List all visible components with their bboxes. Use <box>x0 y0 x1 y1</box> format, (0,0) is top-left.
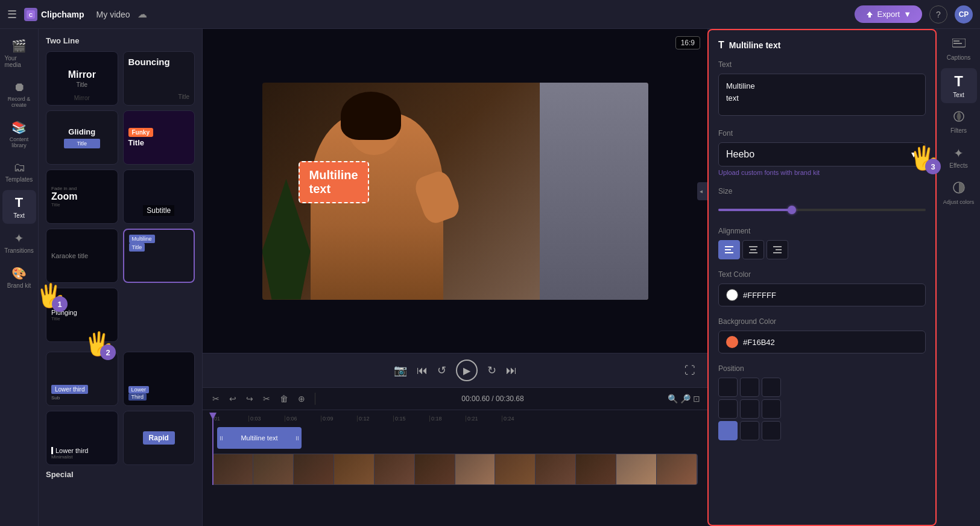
menu-icon[interactable]: ☰ <box>7 8 17 21</box>
sidebar-item-transitions[interactable]: ✦ Transitions <box>2 226 36 259</box>
template-card-lower-third-small[interactable]: Lower Third <box>123 352 195 406</box>
left-sidebar: 🎬 Your media ⏺ Record & create 📚 Content… <box>0 29 39 526</box>
template-card-mirror[interactable]: Mirror Title Mirror <box>46 51 118 106</box>
right-icon-sidebar: Captions T Text Filters ✦ Effects Adjust… <box>937 29 980 526</box>
pos-top-center[interactable] <box>740 378 759 397</box>
template-card-subtitle[interactable]: Subtitle <box>123 170 195 224</box>
timeline-toolbar: ✂ ↩ ↪ ✂ 🗑 ⊕ 00:00.60 / 00:30.68 🔍 🔎 ⊡ <box>203 388 707 410</box>
avatar[interactable]: CP <box>955 5 973 24</box>
position-section: Position <box>718 364 926 440</box>
pos-top-left[interactable] <box>718 378 738 397</box>
fullscreen-button[interactable]: ⛶ <box>684 364 695 377</box>
zoom-out-button[interactable]: 🔍 <box>668 394 678 404</box>
fit-button[interactable]: ⊡ <box>693 394 700 404</box>
font-selector[interactable]: Heebo ▼ <box>718 142 926 166</box>
rewind-button[interactable]: ↺ <box>437 364 446 377</box>
template-card-lt-minimalist[interactable]: Lower third Minimalist <box>46 411 118 465</box>
add-button[interactable]: ⊕ <box>296 391 308 406</box>
sidebar-item-text[interactable]: T Text <box>2 190 36 224</box>
rs-text[interactable]: T Text <box>941 68 977 103</box>
alignment-section: Alignment <box>718 227 926 259</box>
align-center-button[interactable] <box>742 240 764 259</box>
video-area: 16:9 <box>203 29 707 526</box>
template-card-gliding[interactable]: Gliding Title <box>46 110 118 165</box>
section-two-line-title: Two Line <box>46 36 195 45</box>
template-card-lower-third-big[interactable]: Lower third Sub <box>46 352 118 406</box>
skip-forward-button[interactable]: ⏭ <box>506 364 517 377</box>
video-strip[interactable] <box>212 454 698 485</box>
svg-text:C: C <box>29 12 33 18</box>
sidebar-item-record[interactable]: ⏺ Record & create <box>2 75 36 113</box>
video-thumb <box>415 454 455 484</box>
adjust-colors-icon <box>952 181 966 197</box>
export-button[interactable]: Export ▼ <box>855 5 922 23</box>
svg-marker-2 <box>867 11 873 17</box>
video-thumb <box>576 454 616 484</box>
panel-expand-arrow[interactable] <box>703 186 707 196</box>
font-section: Font Heebo ▼ Upload custom fonts with br… <box>718 129 926 176</box>
undo-button[interactable]: ↩ <box>227 391 239 406</box>
template-card-rapid[interactable]: Rapid <box>123 411 195 465</box>
pos-bot-center[interactable] <box>740 421 759 440</box>
alignment-label: Alignment <box>718 227 926 235</box>
svg-rect-5 <box>725 252 733 253</box>
text-icon: T <box>15 195 23 211</box>
template-card-plunging[interactable]: Plunging Title <box>46 288 118 342</box>
split-button[interactable]: ✂ <box>210 391 222 406</box>
font-upload-link[interactable]: Upload custom fonts with brand kit <box>718 169 926 176</box>
delete-button[interactable]: 🗑 <box>277 391 291 406</box>
align-right-button[interactable] <box>767 240 788 259</box>
overlay-line1: Multiline <box>309 168 358 182</box>
help-button[interactable]: ? <box>929 5 947 24</box>
zoom-controls: 🔍 🔎 ⊡ <box>668 394 700 404</box>
rs-filters[interactable]: Filters <box>941 106 977 139</box>
sidebar-item-content[interactable]: 📚 Content library <box>2 115 36 153</box>
text-color-section: Text Color #FFFFFF <box>718 270 926 306</box>
svg-rect-4 <box>725 249 731 250</box>
video-thumb <box>375 454 415 484</box>
skip-back-button[interactable]: ⏮ <box>417 364 428 377</box>
rs-adjust-colors[interactable]: Adjust colors <box>941 176 977 210</box>
template-card-multiline[interactable]: Multiline Title <box>123 229 195 283</box>
zoom-in-button[interactable]: 🔎 <box>680 394 691 404</box>
play-button[interactable]: ▶ <box>456 360 478 381</box>
pos-bot-right[interactable] <box>762 421 781 440</box>
text-color-button[interactable]: #FFFFFF <box>718 284 926 306</box>
template-card-funky[interactable]: Funky Title <box>123 110 195 165</box>
svg-rect-3 <box>725 246 733 247</box>
rs-effects[interactable]: ✦ Effects <box>941 141 977 174</box>
align-left-button[interactable] <box>718 240 740 259</box>
video-thumb <box>657 454 697 484</box>
pos-mid-right[interactable] <box>762 399 781 419</box>
pos-mid-left[interactable] <box>718 399 738 419</box>
template-card-modern-zoom[interactable]: Fade in and Zoom Title <box>46 170 118 224</box>
sidebar-item-your-media[interactable]: 🎬 Your media <box>2 34 36 73</box>
bg-color-button[interactable]: #F16B42 <box>718 331 926 353</box>
size-label: Size <box>718 187 926 195</box>
rs-captions[interactable]: Captions <box>941 34 977 66</box>
sidebar-item-brandkit[interactable]: 🎨 Brand kit <box>2 261 36 294</box>
redo-button[interactable]: ↪ <box>244 391 256 406</box>
text-label: Text <box>718 60 926 69</box>
video-thumb <box>536 454 576 484</box>
filters-icon <box>952 110 966 125</box>
screenshot-button[interactable]: 📷 <box>394 364 407 377</box>
text-input[interactable]: Multiline text <box>718 74 926 116</box>
template-card-bouncing[interactable]: Bouncing Title <box>123 51 195 106</box>
forward-button[interactable]: ↻ <box>487 364 496 377</box>
sidebar-item-templates[interactable]: 🗂 Templates <box>2 156 36 188</box>
svg-rect-14 <box>953 43 962 44</box>
template-card-karaoke[interactable]: Karaoke title <box>46 229 118 283</box>
lower-third-row: Lower third Sub Lower Third <box>46 352 195 406</box>
pos-mid-center[interactable] <box>740 399 759 419</box>
pos-bot-left[interactable] <box>718 421 738 440</box>
text-track[interactable]: ⏸ Multiline text ⏸ <box>217 427 302 449</box>
video-thumb <box>253 454 294 484</box>
bg-color-dot <box>726 336 738 348</box>
video-title[interactable]: My video <box>96 10 130 19</box>
size-slider[interactable] <box>718 209 926 211</box>
track-label: Multiline text <box>223 434 296 442</box>
cut-button[interactable]: ✂ <box>261 391 273 406</box>
effects-icon: ✦ <box>953 146 964 160</box>
pos-top-right[interactable] <box>762 378 781 397</box>
